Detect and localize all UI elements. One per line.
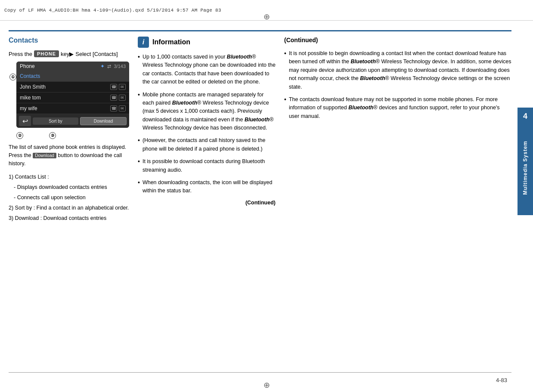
bullet-2-text: Mobile phone contacts are managed separa…	[143, 91, 276, 133]
press-instruction: Press the PHONE key▶ Select [Contacts]	[9, 50, 129, 57]
bullet-4-text: It is possible to download contacts duri…	[143, 157, 276, 174]
list-item-1-sub2: - Connects call upon selection	[14, 193, 129, 202]
phone-ui: Phone ✦ ⇄ 3/143 Contacts John Smith ☎ ✉	[16, 62, 129, 128]
bullet-5-text: When downloading contacts, the icon will…	[143, 179, 276, 195]
phone-header: Phone ✦ ⇄ 3/143	[16, 62, 129, 71]
right-bullet-2: The contacts download feature may not be…	[284, 96, 511, 120]
bullet-1-text: Up to 1,000 contacts saved in your Bluet…	[143, 53, 276, 86]
label-3: ③	[49, 132, 56, 139]
contact-row-contacts: Contacts	[16, 71, 129, 82]
right-column: (Continued) It is not possible to begin …	[284, 37, 511, 370]
download-inline-badge: Download	[33, 153, 56, 158]
contact-name-contacts: Contacts	[20, 73, 40, 79]
bullet-3: (However, the contacts and call histo­ry…	[138, 136, 276, 153]
bullet-5: When downloading contacts, the icon will…	[138, 179, 276, 195]
msg-icon-2: ✉	[119, 95, 126, 101]
contact-icons-1: ☎ ✉	[110, 84, 126, 90]
label-3-item: ③	[49, 132, 56, 139]
sort-by-button: Sort by	[33, 117, 78, 125]
contact-name-johnsmith: John Smith	[20, 84, 46, 90]
phone-icon: ☎	[110, 84, 117, 90]
description-text: The list of saved phone book entries is …	[9, 143, 129, 167]
list-item-2: 2) Sort by : Find a contact in an alphab…	[9, 204, 129, 212]
label-1: ①	[9, 74, 16, 80]
info-icon: i	[138, 37, 149, 48]
arrows-icon: ⇄	[107, 64, 111, 69]
list-item-3: 3) Download : Download contacts entries	[9, 214, 129, 222]
left-column: Contacts Press the PHONE key▶ Select [Co…	[9, 37, 129, 370]
middle-bullet-list: Up to 1,000 contacts saved in your Bluet…	[138, 53, 276, 195]
bottom-crosshair: ⊕	[263, 380, 270, 390]
bullet-1: Up to 1,000 contacts saved in your Bluet…	[138, 53, 276, 86]
contact-icons-3: ☎ ✉	[110, 105, 126, 111]
side-tab: Multimedia System	[518, 120, 533, 215]
right-bullet-list: It is not possible to begin download­ing…	[284, 49, 511, 120]
contact-row-johnsmith: John Smith ☎ ✉	[16, 82, 129, 93]
label-2: ②	[16, 132, 23, 139]
list-item-1-title: 1) Contacts List :	[9, 173, 129, 181]
info-title: Information	[152, 38, 190, 46]
download-button-ui: Download	[80, 117, 127, 125]
header-crosshair	[263, 12, 270, 22]
contact-row-mywife: my wife ☎ ✉	[16, 103, 129, 114]
phone-bottom-bar: ↩ Sort by Download	[16, 114, 129, 128]
contact-count: 3/143	[114, 64, 126, 69]
bottom-divider	[9, 372, 511, 373]
header-text: Copy of LF HMA 4_AUDIO:BH hma 4-109~(Aud…	[4, 8, 221, 13]
section-title: Contacts	[9, 37, 129, 44]
phone-header-title: Phone	[20, 63, 35, 69]
bullet-3-text: (However, the contacts and call histo­ry…	[143, 136, 276, 153]
page-number: 4-83	[496, 377, 507, 383]
list-section: 1) Contacts List : - Displays downloaded…	[9, 173, 129, 222]
continued-header: (Continued)	[284, 37, 511, 43]
label-2-item: ②	[16, 132, 23, 139]
side-tab-label: Multimedia System	[522, 141, 528, 195]
phone-icon-2: ☎	[110, 95, 117, 101]
phone-badge: PHONE	[34, 50, 59, 57]
contact-icons-2: ☎ ✉	[110, 95, 126, 101]
msg-icon: ✉	[119, 84, 126, 90]
chapter-number: 4	[518, 108, 533, 125]
bullet-4: It is possible to download contacts duri…	[138, 157, 276, 174]
middle-column: i Information Up to 1,000 contacts saved…	[138, 37, 276, 370]
right-bullet-2-text: The contacts download feature may not be…	[289, 96, 511, 120]
top-divider	[9, 30, 511, 31]
contact-name-mywife: my wife	[20, 105, 37, 111]
right-bullet-1-text: It is not possible to begin download­ing…	[289, 49, 511, 91]
phone-ui-wrapper: ① Phone ✦ ⇄ 3/143 Contacts John Smith	[16, 62, 129, 128]
contact-row-miketom: mike tom ☎ ✉	[16, 93, 129, 103]
header-bar: Copy of LF HMA 4_AUDIO:BH hma 4-109~(Aud…	[0, 0, 533, 21]
main-columns: Contacts Press the PHONE key▶ Select [Co…	[9, 37, 511, 370]
right-bullet-1: It is not possible to begin download­ing…	[284, 49, 511, 91]
contact-name-miketom: mike tom	[20, 95, 41, 101]
press-text-before: Press the	[9, 51, 32, 57]
msg-icon-3: ✉	[119, 105, 126, 111]
info-header: i Information	[138, 37, 276, 48]
bullet-2: Mobile phone contacts are managed separa…	[138, 91, 276, 133]
bottom-labels: ② ③	[16, 132, 129, 139]
select-text: Select [Contacts]	[75, 51, 118, 57]
back-button: ↩	[19, 116, 31, 126]
key-arrow: key▶	[61, 51, 74, 57]
list-item-1-sub1: - Displays downloaded contacts entries	[14, 183, 129, 191]
phone-icon-3: ☎	[110, 105, 117, 111]
continued-label-middle: (Continued)	[138, 200, 276, 206]
bluetooth-icon: ✦	[100, 63, 105, 69]
phone-header-icons: ✦ ⇄ 3/143	[100, 63, 126, 69]
